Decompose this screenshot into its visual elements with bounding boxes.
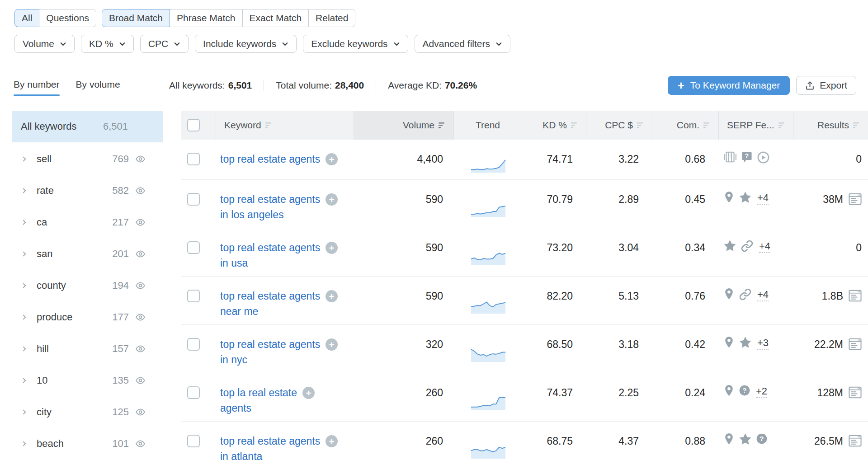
serp-features-more[interactable]: +4: [757, 192, 769, 205]
video-icon[interactable]: [757, 151, 770, 164]
sidebar-item-hill[interactable]: hill157: [12, 333, 163, 365]
sitelinks-icon[interactable]: [741, 239, 754, 253]
row-checkbox[interactable]: [187, 435, 200, 447]
keyword-link[interactable]: top real estate agentsin atlanta: [220, 433, 320, 460]
to-keyword-manager-button[interactable]: + To Keyword Manager: [668, 76, 790, 95]
export-button[interactable]: Export: [796, 76, 856, 95]
column-header-com[interactable]: Com.: [652, 111, 719, 140]
filter-chip-questions[interactable]: Questions: [39, 9, 96, 27]
column-header-kd[interactable]: KD %: [522, 111, 586, 140]
reviews-icon[interactable]: [739, 433, 752, 446]
column-header-serp[interactable]: SERP Fe...: [719, 111, 793, 140]
serp-snapshot-icon[interactable]: [849, 338, 862, 350]
filter-dropdown-include-keywords[interactable]: Include keywords: [195, 35, 297, 53]
people-also-ask-icon[interactable]: ?: [741, 151, 753, 163]
filter-chip-all[interactable]: All: [14, 9, 39, 27]
local-pack-icon[interactable]: [723, 191, 735, 203]
sidebar-item-ca[interactable]: ca217: [12, 207, 163, 238]
eye-icon[interactable]: [135, 250, 146, 258]
local-pack-icon[interactable]: [723, 336, 735, 348]
keyword-link[interactable]: top real estate agentsin usa: [220, 240, 320, 271]
column-header-keyword[interactable]: Keyword: [216, 111, 354, 140]
add-keyword-button[interactable]: +: [326, 242, 338, 254]
row-checkbox[interactable]: [187, 290, 200, 302]
chevron-right-icon[interactable]: [21, 188, 28, 194]
eye-icon[interactable]: [135, 314, 146, 321]
chevron-right-icon[interactable]: [21, 409, 28, 415]
serp-snapshot-icon[interactable]: [849, 435, 862, 447]
filter-chip-related[interactable]: Related: [308, 9, 355, 27]
filter-chip-broad-match[interactable]: Broad Match: [102, 9, 170, 27]
sidebar-item-produce[interactable]: produce177: [12, 301, 163, 333]
faq-icon[interactable]: ?: [739, 385, 750, 396]
eye-icon[interactable]: [135, 219, 146, 226]
add-keyword-button[interactable]: +: [326, 338, 338, 351]
chevron-right-icon[interactable]: [21, 441, 28, 447]
eye-icon[interactable]: [135, 440, 146, 447]
sidebar-item-county[interactable]: county194: [12, 270, 163, 301]
chevron-right-icon[interactable]: [21, 282, 28, 289]
keyword-link[interactable]: top la real estateagents: [220, 385, 297, 416]
add-keyword-button[interactable]: +: [326, 153, 338, 165]
serp-snapshot-icon[interactable]: [849, 193, 862, 205]
column-header-results[interactable]: Results: [793, 111, 868, 140]
tab-by-number[interactable]: By number: [14, 79, 60, 92]
filter-dropdown-volume[interactable]: Volume: [14, 35, 75, 53]
row-checkbox[interactable]: [187, 386, 200, 399]
local-pack-icon[interactable]: [723, 433, 735, 445]
select-all-checkbox[interactable]: [187, 119, 200, 131]
keyword-link[interactable]: top real estate agentsin los angeles: [220, 192, 320, 222]
add-keyword-button[interactable]: +: [326, 290, 338, 302]
local-pack-icon[interactable]: [723, 385, 735, 397]
images-carousel-icon[interactable]: [723, 151, 737, 163]
eye-icon[interactable]: [135, 377, 146, 384]
eye-icon[interactable]: [135, 408, 146, 416]
sidebar-all-keywords[interactable]: All keywords 6,501: [12, 111, 163, 142]
faq-icon[interactable]: ?: [756, 433, 768, 445]
serp-features-more[interactable]: +4: [759, 240, 770, 253]
chevron-right-icon[interactable]: [21, 377, 28, 384]
filter-chip-phrase-match[interactable]: Phrase Match: [170, 9, 243, 27]
keyword-link[interactable]: top real estate agentsin nyc: [220, 337, 320, 367]
serp-features-more[interactable]: +2: [756, 385, 767, 398]
sitelinks-icon[interactable]: [739, 288, 752, 301]
reviews-icon[interactable]: [723, 239, 736, 252]
sidebar-item-rate[interactable]: rate582: [12, 175, 163, 207]
filter-dropdown-advanced-filters[interactable]: Advanced filters: [415, 35, 510, 53]
keyword-link[interactable]: top real estate agents: [220, 151, 320, 167]
reviews-icon[interactable]: [739, 191, 752, 204]
serp-snapshot-icon[interactable]: [849, 386, 862, 399]
add-keyword-button[interactable]: +: [326, 435, 338, 447]
eye-icon[interactable]: [135, 155, 146, 163]
chevron-right-icon[interactable]: [21, 346, 28, 352]
eye-icon[interactable]: [135, 282, 146, 289]
filter-chip-exact-match[interactable]: Exact Match: [242, 9, 309, 27]
chevron-right-icon[interactable]: [21, 219, 28, 225]
row-checkbox[interactable]: [187, 193, 200, 206]
serp-features-more[interactable]: +4: [757, 289, 769, 301]
tab-by-volume[interactable]: By volume: [76, 79, 120, 92]
local-pack-icon[interactable]: [723, 288, 735, 300]
row-checkbox[interactable]: [187, 241, 200, 254]
sidebar-item-san[interactable]: san201: [12, 238, 163, 270]
filter-dropdown-exclude-keywords[interactable]: Exclude keywords: [303, 35, 408, 53]
filter-dropdown-cpc[interactable]: CPC: [140, 35, 189, 53]
add-keyword-button[interactable]: +: [302, 387, 315, 399]
filter-dropdown-kd-[interactable]: KD %: [81, 35, 134, 53]
sidebar-item-sell[interactable]: sell769: [12, 143, 163, 175]
keyword-link[interactable]: top real estate agentsnear me: [220, 288, 320, 319]
serp-features-more[interactable]: +3: [757, 337, 769, 350]
reviews-icon[interactable]: [739, 336, 752, 349]
add-keyword-button[interactable]: +: [326, 193, 338, 206]
row-checkbox[interactable]: [187, 153, 200, 165]
sidebar-item-beach[interactable]: beach101: [12, 428, 163, 460]
row-checkbox[interactable]: [187, 338, 200, 351]
sidebar-item-city[interactable]: city125: [12, 396, 163, 428]
column-header-cpc[interactable]: CPC $: [586, 111, 652, 140]
serp-snapshot-icon[interactable]: [849, 290, 862, 302]
chevron-right-icon[interactable]: [21, 251, 28, 257]
chevron-right-icon[interactable]: [21, 314, 28, 320]
chevron-right-icon[interactable]: [21, 156, 28, 162]
column-header-volume[interactable]: Volume: [354, 111, 454, 140]
eye-icon[interactable]: [135, 345, 146, 352]
